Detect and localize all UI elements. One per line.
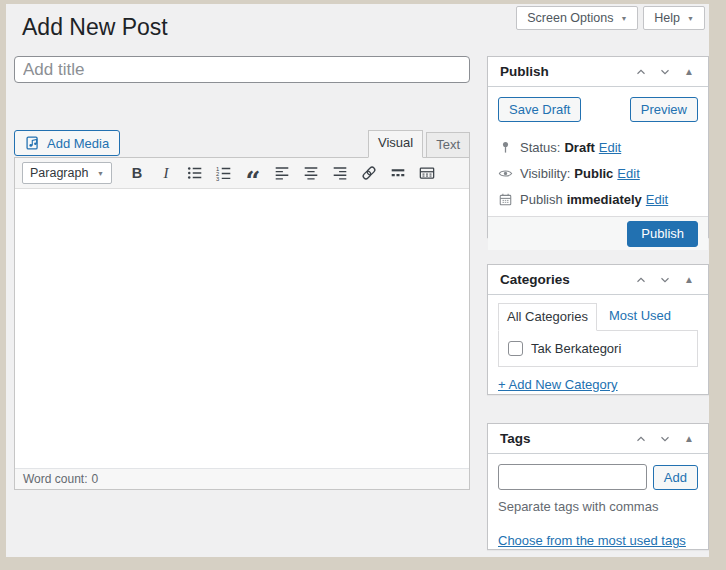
panel-handle-actions: ▲ bbox=[630, 428, 700, 450]
editor-content-area[interactable] bbox=[15, 189, 469, 468]
edit-visibility-link[interactable]: Edit bbox=[617, 166, 639, 181]
choose-most-used-tags-link[interactable]: Choose from the most used tags bbox=[498, 533, 686, 548]
add-tag-button[interactable]: Add bbox=[653, 465, 698, 490]
align-left-button[interactable] bbox=[269, 161, 295, 185]
publish-button[interactable]: Publish bbox=[627, 221, 698, 247]
collapse-toggle-button[interactable]: ▲ bbox=[678, 428, 700, 450]
screen-meta-links: Screen Options ▼ Help ▼ bbox=[516, 6, 705, 30]
add-new-category-link[interactable]: + Add New Category bbox=[498, 377, 618, 392]
bulleted-list-icon bbox=[186, 164, 204, 182]
visibility-value: Public bbox=[574, 166, 613, 181]
move-up-button[interactable] bbox=[630, 61, 652, 83]
schedule-label: Publish bbox=[520, 192, 563, 207]
align-right-button[interactable] bbox=[327, 161, 353, 185]
tab-most-used[interactable]: Most Used bbox=[597, 303, 683, 330]
status-label: Status: bbox=[520, 140, 560, 155]
screen-options-label: Screen Options bbox=[527, 11, 613, 25]
paragraph-dropdown[interactable]: Paragraph ▼ bbox=[22, 162, 112, 184]
post-visibility-text: Visibility: Public Edit bbox=[520, 166, 640, 181]
move-down-button[interactable] bbox=[654, 428, 676, 450]
align-right-icon bbox=[331, 164, 349, 182]
help-button[interactable]: Help ▼ bbox=[643, 6, 705, 30]
read-more-button[interactable] bbox=[385, 161, 411, 185]
edit-status-link[interactable]: Edit bbox=[599, 140, 621, 155]
editor-tools-row: Add Media Visual Text bbox=[14, 129, 470, 156]
read-more-icon bbox=[389, 164, 407, 182]
move-up-button[interactable] bbox=[630, 428, 652, 450]
editor-mode-tabs: Visual Text bbox=[365, 130, 470, 158]
preview-button[interactable]: Preview bbox=[630, 97, 698, 122]
panel-handle-actions: ▲ bbox=[630, 61, 700, 83]
move-up-button[interactable] bbox=[630, 269, 652, 291]
tags-panel-title: Tags bbox=[500, 431, 531, 446]
editor-statusbar: Word count: 0 bbox=[15, 468, 469, 489]
publish-panel-header: Publish ▲ bbox=[488, 57, 708, 87]
collapse-toggle-button[interactable]: ▲ bbox=[678, 269, 700, 291]
wordpress-admin-screenshot: { "page": { "title": "Add New Post", "sc… bbox=[0, 0, 726, 570]
save-draft-button[interactable]: Save Draft bbox=[498, 97, 581, 122]
page-title: Add New Post bbox=[22, 14, 168, 42]
post-schedule-row: Publish immediately Edit bbox=[498, 186, 698, 212]
align-center-icon bbox=[302, 164, 320, 182]
screen-options-button[interactable]: Screen Options ▼ bbox=[516, 6, 638, 30]
tags-hint: Separate tags with commas bbox=[498, 499, 698, 514]
category-checkbox[interactable] bbox=[508, 341, 523, 356]
media-icon bbox=[25, 135, 41, 151]
category-tabs: All Categories Most Used bbox=[498, 303, 698, 330]
categories-panel-body: All Categories Most Used Tak Berkategori… bbox=[488, 295, 708, 403]
svg-text:3: 3 bbox=[216, 176, 219, 182]
chevron-down-icon bbox=[658, 65, 672, 79]
insert-link-button[interactable] bbox=[356, 161, 382, 185]
status-value: Draft bbox=[564, 140, 594, 155]
editor-toolbar: Paragraph ▼ B I bbox=[15, 158, 469, 189]
italic-button[interactable]: I bbox=[153, 161, 179, 185]
publish-panel: Publish ▲ Save Draft Preview bbox=[487, 56, 709, 238]
tags-panel-header: Tags ▲ bbox=[488, 424, 708, 454]
new-tag-input[interactable] bbox=[498, 464, 647, 490]
word-count-label: Word count: bbox=[23, 472, 87, 486]
collapse-toggle-button[interactable]: ▲ bbox=[678, 61, 700, 83]
panel-handle-actions: ▲ bbox=[630, 269, 700, 291]
align-left-icon bbox=[273, 164, 291, 182]
major-publishing-actions: Publish bbox=[488, 216, 708, 250]
tags-panel-body: Add Separate tags with commas Choose fro… bbox=[488, 454, 708, 559]
numbered-list-button[interactable]: 1 2 3 bbox=[211, 161, 237, 185]
chevron-down-icon bbox=[658, 273, 672, 287]
misc-publishing-actions: Status: Draft Edit Visibility: Public Ed… bbox=[488, 132, 708, 216]
add-media-button[interactable]: Add Media bbox=[14, 130, 120, 156]
visual-editor: Paragraph ▼ B I bbox=[14, 157, 470, 490]
tab-text[interactable]: Text bbox=[426, 132, 470, 158]
italic-icon: I bbox=[164, 165, 169, 182]
categories-panel: Categories ▲ All Categories Most Used bbox=[487, 264, 709, 395]
tab-visual[interactable]: Visual bbox=[368, 130, 423, 158]
category-label: Tak Berkategori bbox=[531, 341, 621, 356]
align-center-button[interactable] bbox=[298, 161, 324, 185]
chevron-down-icon: ▼ bbox=[97, 170, 104, 177]
edit-schedule-link[interactable]: Edit bbox=[646, 192, 668, 207]
post-schedule-text: Publish immediately Edit bbox=[520, 192, 668, 207]
paragraph-dropdown-label: Paragraph bbox=[30, 166, 88, 180]
bold-button[interactable]: B bbox=[124, 161, 150, 185]
move-down-button[interactable] bbox=[654, 269, 676, 291]
toolbar-toggle-button[interactable] bbox=[414, 161, 440, 185]
minor-publishing-actions: Save Draft Preview bbox=[488, 87, 708, 132]
eye-icon bbox=[498, 166, 513, 181]
chevron-down-icon: ▼ bbox=[620, 15, 627, 22]
word-count-value: 0 bbox=[91, 472, 98, 486]
post-visibility-row: Visibility: Public Edit bbox=[498, 160, 698, 186]
categories-panel-header: Categories ▲ bbox=[488, 265, 708, 295]
post-title-input[interactable] bbox=[14, 56, 470, 83]
category-checklist: Tak Berkategori bbox=[498, 330, 698, 367]
blockquote-button[interactable]: “ bbox=[240, 161, 266, 185]
publish-panel-title: Publish bbox=[500, 64, 549, 79]
move-down-button[interactable] bbox=[654, 61, 676, 83]
tab-all-categories[interactable]: All Categories bbox=[498, 303, 597, 331]
chevron-up-icon bbox=[634, 65, 648, 79]
add-media-label: Add Media bbox=[47, 136, 109, 151]
post-status-row: Status: Draft Edit bbox=[498, 134, 698, 160]
numbered-list-icon: 1 2 3 bbox=[215, 164, 233, 182]
chevron-down-icon: ▼ bbox=[687, 15, 694, 22]
post-status-text: Status: Draft Edit bbox=[520, 140, 621, 155]
chevron-up-icon bbox=[634, 432, 648, 446]
bulleted-list-button[interactable] bbox=[182, 161, 208, 185]
